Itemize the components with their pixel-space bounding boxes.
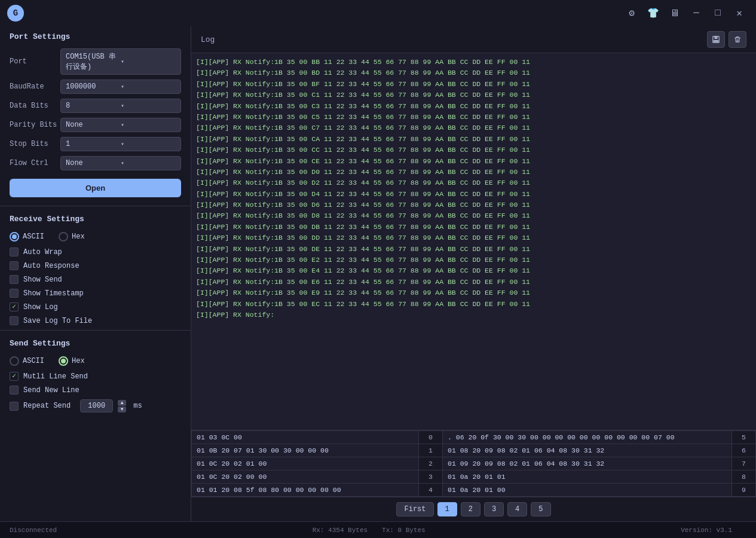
log-line: [I][APP] RX Notify:1B 35 00 C1 11 22 33 … (196, 90, 751, 100)
send-new-line-row[interactable]: Send New Line (0, 383, 191, 397)
send-num-right-4: 9 (732, 484, 756, 497)
port-row: Port COM15(USB 串行设备) ▾ (0, 46, 191, 77)
maximize-button[interactable]: □ (708, 4, 727, 23)
send-hex-radio[interactable]: Hex (59, 356, 85, 366)
repeat-send-row: Repeat Send 1000 ▲ ▼ ms (0, 397, 191, 415)
log-line: [I][APP] RX Notify:1B 35 00 CC 11 22 33 … (196, 145, 751, 155)
receive-settings-title: Receive Settings (0, 209, 191, 228)
log-line: [I][APP] RX Notify:1B 35 00 CA 11 22 33 … (196, 134, 751, 145)
settings-icon[interactable]: ⚙ (622, 4, 641, 23)
log-line: [I][APP] RX Notify:1B 35 00 E4 11 22 33 … (196, 265, 751, 276)
send-num-right-2: 7 (732, 457, 756, 470)
receive-hex-radio[interactable]: Hex (59, 232, 85, 242)
divider2 (0, 330, 191, 331)
chevron-down-icon: ▾ (121, 121, 176, 129)
receive-ascii-radio[interactable]: ASCII (10, 232, 44, 242)
send-input-left-4[interactable]: 01 01 20 08 5f 08 80 00 00 00 00 00 (192, 484, 419, 497)
open-button[interactable]: Open (10, 179, 181, 197)
auto-response-row[interactable]: Auto Response (0, 259, 191, 273)
repeat-send-checkbox[interactable] (10, 402, 19, 411)
databits-row: Data Bits 8 ▾ (0, 96, 191, 115)
save-log-button[interactable] (707, 31, 725, 48)
log-line: [I][APP] RX Notify:1B 35 00 D2 11 22 33 … (196, 178, 751, 188)
repeat-unit-label: ms (133, 402, 142, 410)
flowctrl-select[interactable]: None ▾ (60, 156, 181, 170)
repeat-send-label: Repeat Send (23, 402, 71, 410)
send-input-left-1[interactable]: 01 0B 20 07 01 30 00 30 00 00 00 (192, 444, 419, 457)
log-line: [I][APP] RX Notify:1B 35 00 C5 11 22 33 … (196, 112, 751, 123)
app-icon: G (7, 5, 24, 22)
save-log-checkbox[interactable] (10, 316, 19, 325)
send-input-right-2[interactable]: 01 09 20 09 08 02 01 06 04 08 30 31 32 (443, 457, 732, 470)
send-input-right-1[interactable]: 01 08 20 09 08 02 01 06 04 08 30 31 32 (443, 444, 732, 457)
port-settings-title: Port Settings (0, 26, 191, 46)
save-log-label: Save Log To File (23, 317, 92, 325)
send-input-left-0[interactable]: 01 03 0C 00 (192, 431, 419, 444)
clear-log-button[interactable] (729, 31, 746, 48)
auto-wrap-row[interactable]: Auto Wrap (0, 245, 191, 259)
left-panel: Port Settings Port COM15(USB 串行设备) ▾ Bau… (0, 26, 191, 521)
shirt-icon[interactable]: 👕 (644, 4, 663, 23)
paritybits-select[interactable]: None ▾ (60, 118, 181, 132)
send-input-right-4[interactable]: 01 0a 20 01 00 (443, 484, 732, 497)
svg-rect-2 (714, 40, 719, 42)
show-send-checkbox[interactable] (10, 275, 19, 284)
log-line: [I][APP] RX Notify:1B 35 00 D8 11 22 33 … (196, 210, 751, 221)
send-input-right-3[interactable]: 01 0a 20 01 01 (443, 470, 732, 484)
flowctrl-row: Flow Ctrl None ▾ (0, 154, 191, 173)
show-log-row[interactable]: ✓ Show Log (0, 300, 191, 314)
send-hex-label: Hex (72, 357, 85, 365)
svg-rect-1 (714, 36, 717, 39)
log-line: [I][APP] RX Notify:1B 35 00 C7 11 22 33 … (196, 123, 751, 133)
port-select[interactable]: COM15(USB 串行设备) ▾ (60, 48, 181, 75)
first-page-button[interactable]: First (396, 502, 433, 516)
page-1-button[interactable]: 1 (437, 502, 457, 516)
page-4-button[interactable]: 4 (507, 502, 527, 516)
interval-spinner: ▲ ▼ (118, 400, 126, 412)
show-timestamp-checkbox[interactable] (10, 289, 19, 298)
monitor-icon[interactable]: 🖥 (665, 4, 684, 23)
log-line: [I][APP] RX Notify:1B 35 00 BB 11 22 33 … (196, 57, 751, 68)
log-line: [I][APP] RX Notify:1B 35 00 CE 11 22 33 … (196, 156, 751, 167)
send-area: 01 03 0C 00 0 . 06 20 0f 30 00 30 00 00 … (191, 430, 756, 497)
interval-down-button[interactable]: ▼ (118, 406, 126, 412)
interval-up-button[interactable]: ▲ (118, 400, 126, 406)
chevron-down-icon: ▾ (121, 160, 176, 167)
multi-line-checkbox[interactable]: ✓ (10, 372, 19, 381)
send-input-left-2[interactable]: 01 0C 20 02 01 00 (192, 457, 419, 470)
page-5-button[interactable]: 5 (531, 502, 550, 516)
auto-response-label: Auto Response (23, 262, 79, 270)
minimize-button[interactable]: ─ (687, 4, 706, 23)
send-input-left-3[interactable]: 01 0C 20 02 00 00 (192, 470, 419, 484)
radio-circle-send-hex (59, 356, 68, 366)
show-log-checkbox[interactable]: ✓ (10, 302, 19, 311)
baudrate-select[interactable]: 1000000 ▾ (60, 80, 181, 94)
databits-select[interactable]: 8 ▾ (60, 99, 181, 113)
close-button[interactable]: ✕ (730, 4, 749, 23)
auto-response-checkbox[interactable] (10, 261, 19, 270)
paritybits-row: Parity Bits None ▾ (0, 115, 191, 134)
chevron-down-icon: ▾ (121, 83, 176, 90)
show-timestamp-row[interactable]: Show Timestamp (0, 286, 191, 300)
multi-line-row[interactable]: ✓ Mutli Line Send (0, 369, 191, 383)
send-num-left-2: 2 (419, 457, 443, 470)
auto-wrap-checkbox[interactable] (10, 247, 19, 256)
send-new-line-checkbox[interactable] (10, 386, 19, 395)
main-layout: Port Settings Port COM15(USB 串行设备) ▾ Bau… (0, 26, 756, 521)
log-title: Log (201, 35, 452, 44)
save-log-row[interactable]: Save Log To File (0, 314, 191, 328)
show-timestamp-label: Show Timestamp (23, 289, 84, 298)
log-line: [I][APP] RX Notify:1B 35 00 D4 11 22 33 … (196, 189, 751, 200)
send-table: 01 03 0C 00 0 . 06 20 0f 30 00 30 00 00 … (191, 430, 756, 497)
send-mode-group: ASCII Hex (0, 353, 191, 369)
send-ascii-radio[interactable]: ASCII (10, 356, 44, 366)
page-2-button[interactable]: 2 (461, 502, 480, 516)
send-input-right-0[interactable]: . 06 20 0f 30 00 30 00 00 00 00 00 00 00… (443, 431, 732, 444)
page-3-button[interactable]: 3 (484, 502, 504, 516)
log-header: Log (191, 26, 756, 53)
version-label: Version: v3.1 (681, 527, 732, 534)
stopbits-select[interactable]: 1 ▾ (60, 137, 181, 151)
repeat-interval-input[interactable]: 1000 (80, 399, 113, 412)
show-send-row[interactable]: Show Send (0, 273, 191, 286)
send-ascii-label: ASCII (23, 357, 44, 365)
